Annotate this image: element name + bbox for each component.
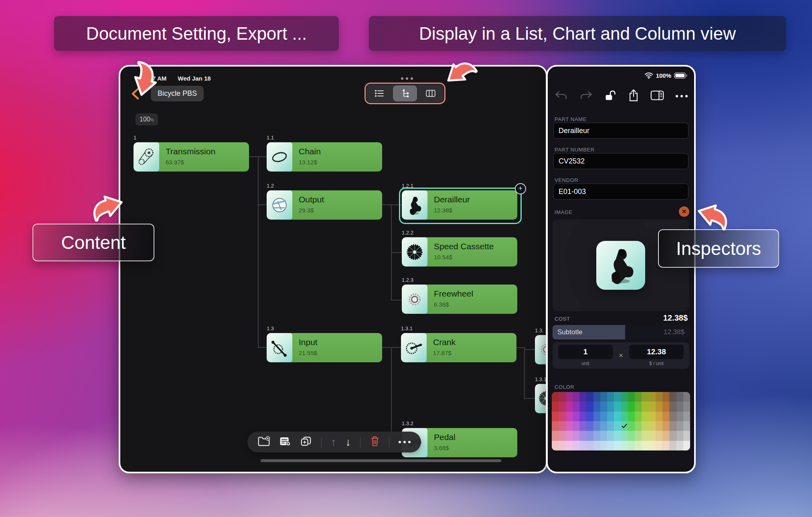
color-swatch[interactable] [552,412,559,421]
multitask-indicator-icon[interactable] [401,77,413,80]
color-swatch[interactable] [642,392,648,402]
color-swatch[interactable] [607,421,614,431]
move-up-button[interactable]: ↑ [331,437,336,447]
color-swatch[interactable] [586,392,593,402]
add-child-button[interactable]: + [515,183,526,194]
color-swatch[interactable] [635,441,642,450]
color-swatch[interactable] [642,421,648,431]
remove-image-button[interactable]: ✕ [679,206,689,217]
color-swatch[interactable] [566,392,573,402]
color-swatch[interactable] [656,431,662,440]
color-swatch[interactable] [662,392,669,402]
chart-view-button[interactable] [393,85,417,101]
color-swatch[interactable] [566,412,573,421]
color-swatch[interactable] [607,441,614,450]
color-swatch[interactable] [579,392,586,402]
color-swatch[interactable] [552,402,559,411]
move-down-button[interactable]: ↓ [346,437,351,447]
part-name-field[interactable]: Derailleur [553,123,688,139]
tree-node-transmission[interactable]: Transmission63.97$ [134,142,249,172]
color-swatch[interactable] [607,412,614,421]
color-swatch[interactable] [649,431,656,440]
color-swatch[interactable] [656,402,662,411]
color-swatch[interactable] [552,392,559,402]
color-swatch[interactable] [656,392,662,402]
color-swatch[interactable] [566,431,573,440]
more-button[interactable] [399,441,411,443]
color-swatch[interactable] [621,441,628,450]
color-swatch[interactable] [621,412,628,421]
unit-price-box[interactable]: 12.38 $ / unit [629,345,684,366]
tree-node-partial[interactable] [535,335,547,364]
color-swatch[interactable] [579,421,586,431]
color-swatch[interactable] [566,421,573,431]
color-swatch[interactable] [649,421,656,431]
vendor-field[interactable]: E01-003 [553,184,688,200]
color-swatch[interactable] [656,421,662,431]
color-swatch[interactable] [662,421,669,431]
color-swatch[interactable] [573,421,579,431]
color-swatch[interactable] [669,421,676,431]
undo-button[interactable] [554,89,568,103]
color-swatch[interactable] [683,402,690,411]
color-swatch[interactable] [593,412,600,421]
color-swatch[interactable] [635,431,642,440]
color-swatch[interactable] [642,412,648,421]
quantity-box[interactable]: 1 unit [558,345,613,366]
color-swatch[interactable] [614,402,621,411]
more-options-button[interactable] [676,95,688,97]
color-swatch[interactable] [621,392,628,402]
color-swatch[interactable] [552,441,559,450]
color-swatch[interactable] [586,431,593,440]
lock-button[interactable] [604,89,616,103]
color-swatch[interactable] [642,402,648,411]
color-swatch[interactable] [635,421,642,431]
redo-button[interactable] [579,89,593,103]
color-swatch[interactable] [573,412,579,421]
color-swatch[interactable] [586,421,593,431]
tree-node-input[interactable]: Input21.55$ [267,333,382,362]
color-swatch[interactable] [683,441,690,450]
color-swatch[interactable] [642,441,648,450]
color-swatch[interactable] [628,392,635,402]
color-palette[interactable] [552,392,690,450]
column-view-button[interactable] [418,85,443,102]
color-swatch[interactable] [593,441,600,450]
color-swatch[interactable] [552,431,559,440]
color-swatch[interactable] [600,402,607,411]
add-item-button[interactable] [279,436,291,448]
document-title[interactable]: Bicycle PBS [151,86,204,101]
color-swatch[interactable] [607,392,614,402]
unit-price-value[interactable]: 12.38 [629,345,684,359]
color-swatch[interactable] [669,412,676,421]
color-swatch[interactable] [649,441,656,450]
zoom-level-badge[interactable]: 100% [136,113,158,125]
color-swatch[interactable] [669,392,676,402]
color-swatch[interactable] [621,431,628,440]
color-swatch[interactable] [628,412,635,421]
color-swatch[interactable] [586,402,593,411]
color-swatch[interactable] [662,431,669,440]
color-swatch[interactable] [600,441,607,450]
color-swatch[interactable] [607,431,614,440]
color-swatch[interactable] [635,402,642,411]
color-swatch[interactable] [573,441,579,450]
color-swatch[interactable] [642,431,648,440]
color-swatch[interactable] [579,412,586,421]
color-swatch[interactable] [607,402,614,411]
color-swatch[interactable] [579,431,586,440]
color-swatch[interactable] [656,412,662,421]
color-swatch[interactable] [600,392,607,402]
color-swatch[interactable] [593,392,600,402]
color-swatch[interactable] [559,421,565,431]
color-swatch[interactable] [669,431,676,440]
color-swatch[interactable] [593,421,600,431]
color-swatch[interactable] [635,412,642,421]
duplicate-button[interactable] [300,436,312,448]
color-swatch[interactable] [573,392,579,402]
color-swatch[interactable] [676,402,683,411]
color-swatch-selected[interactable] [621,421,628,431]
color-swatch[interactable] [614,392,621,402]
color-swatch[interactable] [628,441,635,450]
color-swatch[interactable] [559,392,565,402]
